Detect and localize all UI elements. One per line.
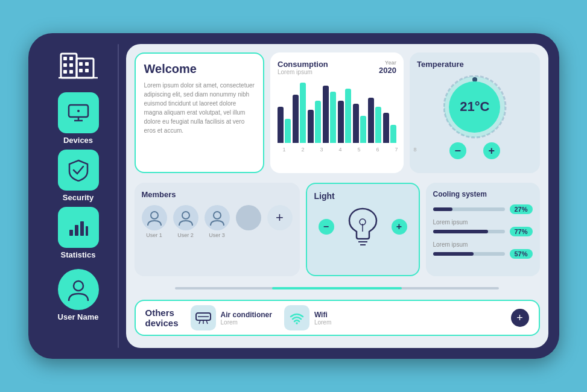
wifi-sub: Lorem	[314, 319, 331, 326]
light-bulb-icon	[346, 206, 379, 248]
svg-rect-20	[86, 226, 88, 236]
devices-icon-box	[58, 92, 99, 133]
temperature-controls: − +	[449, 142, 500, 159]
svg-point-16	[77, 110, 80, 112]
svg-rect-0	[61, 54, 77, 78]
svg-rect-21	[84, 224, 89, 226]
member-avatar-1	[142, 205, 167, 230]
ac-name: Air conditioner	[221, 311, 272, 319]
others-devices-card: Othersdevices Air conditioner Lorem	[135, 300, 540, 336]
svg-rect-3	[69, 57, 73, 60]
cooling-title: Cooling system	[433, 190, 533, 198]
main-content: Welcome Lorem ipsum dolor sit amet, cons…	[126, 44, 548, 348]
light-title: Light	[314, 191, 335, 201]
top-row: Welcome Lorem ipsum dolor sit amet, cons…	[135, 52, 540, 173]
ac-sub: Lorem	[221, 319, 272, 326]
members-card: Members User 1	[135, 183, 300, 276]
svg-rect-18	[75, 225, 78, 236]
sidebar-item-statistics[interactable]: Statistics	[51, 207, 106, 259]
slider-label-3: Lorem ipsum	[433, 241, 533, 248]
temperature-title: Temperature	[417, 60, 464, 69]
cooling-slider-2: Lorem ipsum 77%	[433, 219, 533, 236]
svg-rect-2	[63, 57, 67, 60]
temperature-plus-button[interactable]: +	[483, 142, 500, 159]
scroll-track[interactable]	[175, 287, 500, 289]
sidebar: Devices Security	[39, 44, 118, 348]
temperature-circle: 21°C	[449, 81, 500, 133]
svg-rect-4	[63, 63, 67, 67]
security-icon-box	[58, 150, 99, 191]
add-member-button[interactable]: +	[267, 205, 293, 230]
light-card: Light − +	[306, 183, 420, 276]
sidebar-nav: Devices Security	[39, 92, 118, 259]
temperature-dial: 21°C	[442, 74, 508, 140]
svg-rect-5	[69, 63, 73, 67]
cooling-slider-3: Lorem ipsum 57%	[433, 241, 533, 259]
sidebar-user[interactable]: User Name	[58, 269, 99, 326]
member-item-2: User 2	[173, 205, 198, 238]
members-title: Members	[142, 190, 293, 199]
temperature-card: Temperature 21°C − +	[410, 52, 540, 173]
sidebar-item-security[interactable]: Security	[51, 150, 106, 202]
others-title: Othersdevices	[145, 308, 179, 328]
svg-rect-10	[79, 69, 83, 72]
svg-rect-19	[80, 221, 84, 236]
member-label-2: User 2	[177, 232, 194, 238]
statistics-label: Statistics	[61, 250, 96, 259]
temperature-value: 21°C	[460, 99, 489, 115]
welcome-text: Lorem ipsum dolor sit amet, consectetuer…	[144, 81, 255, 135]
ac-icon-box	[191, 305, 216, 330]
cooling-card: Cooling system 27% Lorem ipsum	[426, 183, 540, 276]
bar-chart: 1 2 3 4 5 6 7 8	[278, 80, 396, 153]
member-item-3: User 3	[205, 205, 230, 238]
svg-point-38	[296, 322, 298, 324]
devices-label: Devices	[63, 136, 93, 145]
members-row: User 1 User 2	[142, 205, 293, 238]
year-badge: Year 2020	[379, 60, 396, 75]
member-placeholder	[236, 205, 261, 230]
add-device-button[interactable]: +	[511, 309, 529, 327]
mid-row: Members User 1	[135, 183, 540, 276]
svg-point-27	[214, 212, 221, 219]
slider-track-3[interactable]	[433, 252, 505, 256]
svg-point-22	[74, 281, 83, 291]
member-avatar-3	[205, 205, 230, 230]
svg-point-26	[182, 212, 189, 219]
avatar	[58, 269, 99, 310]
scroll-bar	[135, 287, 540, 293]
welcome-title: Welcome	[144, 62, 255, 76]
svg-rect-6	[63, 70, 67, 74]
device-frame: Devices Security	[28, 33, 559, 359]
scroll-thumb	[272, 287, 402, 289]
building-icon	[59, 49, 98, 83]
member-label-3: User 3	[209, 232, 225, 238]
slider-label-2: Lorem ipsum	[433, 219, 533, 226]
slider-badge-3: 57%	[510, 249, 533, 259]
light-controls: − +	[319, 206, 407, 248]
slider-track-1[interactable]	[433, 207, 505, 211]
device-item-wifi: Wifi Lorem	[284, 305, 331, 330]
cooling-slider-1: 27%	[433, 204, 533, 214]
slider-badge-1: 27%	[510, 204, 533, 214]
svg-rect-7	[69, 70, 73, 74]
member-avatar-2	[173, 205, 198, 230]
wifi-icon-box	[284, 305, 309, 330]
svg-rect-17	[69, 230, 73, 236]
user-name-label: User Name	[58, 312, 99, 321]
consumption-card: Consumption Lorem ipsum Year 2020	[270, 52, 404, 173]
member-item-1: User 1	[142, 205, 167, 238]
slider-track-2[interactable]	[433, 230, 505, 233]
svg-rect-9	[85, 62, 89, 66]
light-plus-button[interactable]: +	[392, 219, 407, 235]
temperature-minus-button[interactable]: −	[449, 142, 466, 159]
security-label: Security	[63, 193, 94, 202]
statistics-icon-box	[58, 207, 99, 248]
device-item-ac: Air conditioner Lorem	[191, 305, 272, 330]
member-avatar-placeholder	[236, 205, 261, 230]
member-label-1: User 1	[146, 232, 162, 238]
svg-rect-8	[79, 62, 83, 66]
sidebar-item-devices[interactable]: Devices	[51, 92, 106, 145]
light-minus-button[interactable]: −	[319, 219, 334, 235]
welcome-card: Welcome Lorem ipsum dolor sit amet, cons…	[135, 52, 265, 173]
svg-rect-1	[77, 58, 94, 78]
